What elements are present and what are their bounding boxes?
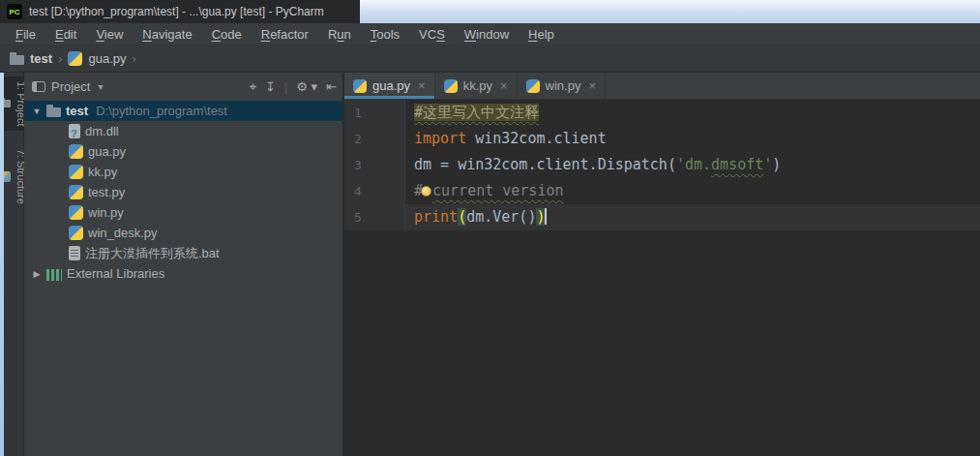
tree-item-label: 注册大漠插件到系统.bat xyxy=(85,245,220,262)
close-icon[interactable]: × xyxy=(418,78,426,93)
menu-item-vcs[interactable]: VCS xyxy=(409,25,455,44)
tree-row-win_desk.py[interactable]: win_desk.py xyxy=(24,223,342,243)
python-icon xyxy=(444,79,458,93)
lib-icon xyxy=(46,269,62,281)
separator: | xyxy=(284,80,287,93)
menu-item-file[interactable]: File xyxy=(6,25,45,44)
code-token: print xyxy=(414,208,458,226)
python-icon xyxy=(69,205,83,220)
chevron-right-icon: › xyxy=(133,51,136,66)
menu-item-help[interactable]: Help xyxy=(519,25,564,44)
tree-item-path: D:\python_program\test xyxy=(96,104,227,118)
tree-item-label: dm.dll xyxy=(85,124,119,138)
code-line-5: 5print(dm.Ver()) xyxy=(344,204,980,230)
tree-item-label: kk.py xyxy=(88,165,117,179)
line-number: 1 xyxy=(344,100,405,126)
code-line-1: 1#这里写入中文注释 xyxy=(344,100,980,126)
chevron-down-icon[interactable]: ▾ xyxy=(98,81,103,92)
code-token: dm.Ver() xyxy=(466,208,536,226)
menu-bar: FileEditViewNavigateCodeRefactorRunTools… xyxy=(0,23,980,45)
tree-row-test[interactable]: ▼testD:\python_program\test xyxy=(24,101,342,121)
tree-item-label: External Libraries xyxy=(67,266,164,281)
code-line-3: 3dm = win32com.client.Dispatch('dm.dmsof… xyxy=(344,152,980,178)
locate-icon[interactable]: ⌖ xyxy=(250,80,256,93)
menu-item-code[interactable]: Code xyxy=(202,25,252,44)
pycharm-app-icon: PC xyxy=(7,4,22,19)
line-number: 2 xyxy=(344,126,405,152)
code-line-2: 2import win32com.client xyxy=(344,126,980,152)
tree-row-kk.py[interactable]: kk.py xyxy=(24,162,342,182)
code-token: dm = win32com.client.Dispatch( xyxy=(414,156,676,173)
code-line-4: 4#current version xyxy=(344,178,980,204)
tree-item-label: test.py xyxy=(88,185,125,199)
code-token: win32com.client xyxy=(475,130,606,147)
code-token: ) xyxy=(772,156,781,173)
tree-item-label: win_desk.py xyxy=(88,226,158,240)
collapsed-arrow-icon[interactable]: ▶ xyxy=(32,269,42,279)
text-caret xyxy=(545,208,547,225)
menu-item-view[interactable]: View xyxy=(86,25,133,44)
editor-tab-win.py[interactable]: win.py× xyxy=(518,73,606,99)
project-panel-actions: ⌖↧|⚙ ▾⇤ xyxy=(250,80,337,93)
tree-row-win.py[interactable]: win.py xyxy=(24,202,342,223)
breadcrumb-item-test[interactable]: test xyxy=(10,51,52,66)
code-editor[interactable]: 1#这里写入中文注释2import win32com.client3dm = w… xyxy=(344,100,980,456)
expanded-arrow-icon[interactable]: ▼ xyxy=(32,106,42,116)
tree-row-dm.dll[interactable]: dm.dll xyxy=(24,121,342,141)
editor-tab-gua.py[interactable]: gua.py× xyxy=(344,73,435,99)
code-token: import xyxy=(414,130,475,147)
hide-panel-icon[interactable]: ⇤ xyxy=(326,80,337,93)
close-icon[interactable]: × xyxy=(500,78,508,93)
breadcrumb-item-gua.py[interactable]: gua.py xyxy=(68,51,126,66)
tree-row-gua.py[interactable]: gua.py xyxy=(24,141,342,162)
editor-tab-kk.py[interactable]: kk.py× xyxy=(435,73,518,99)
code-line-content[interactable]: #current version xyxy=(405,178,980,204)
line-number: 4 xyxy=(344,178,405,204)
project-tree: ▼testD:\python_program\testdm.dllgua.pyk… xyxy=(24,100,342,456)
python-icon xyxy=(69,144,83,159)
tree-row-test.py[interactable]: test.py xyxy=(24,182,342,202)
code-token: ' xyxy=(763,156,772,173)
tab-label: gua.py xyxy=(372,78,410,93)
code-line-content[interactable]: print(dm.Ver()) xyxy=(405,204,980,230)
code-token: dmsoft xyxy=(711,156,763,173)
code-line-content[interactable]: #这里写入中文注释 xyxy=(405,100,980,126)
project-panel-title[interactable]: Project xyxy=(51,79,90,94)
menu-item-edit[interactable]: Edit xyxy=(45,25,86,44)
menu-item-navigate[interactable]: Navigate xyxy=(133,25,201,44)
project-panel-header: Project ▾ ⌖↧|⚙ ▾⇤ xyxy=(24,73,342,100)
project-tool-window: Project ▾ ⌖↧|⚙ ▾⇤ ▼testD:\python_program… xyxy=(24,73,344,456)
tree-item-label: win.py xyxy=(88,205,124,220)
code-line-content[interactable]: dm = win32com.client.Dispatch('dm.dmsoft… xyxy=(405,152,980,178)
breadcrumb-label: gua.py xyxy=(88,51,126,66)
code-token: #这里写入中文注释 xyxy=(414,104,539,121)
menu-item-window[interactable]: Window xyxy=(455,25,519,44)
folder-icon xyxy=(46,107,61,117)
collapse-all-icon[interactable]: ↧ xyxy=(265,80,276,93)
line-number: 5 xyxy=(344,204,405,230)
tree-row-External Libraries[interactable]: ▶External Libraries xyxy=(24,263,342,284)
menu-item-refactor[interactable]: Refactor xyxy=(252,25,318,44)
settings-icon[interactable]: ⚙ ▾ xyxy=(296,80,317,93)
intention-bulb-icon[interactable] xyxy=(421,186,431,197)
tree-row-注册大漠插件到系统.bat[interactable]: 注册大漠插件到系统.bat xyxy=(24,243,342,263)
python-icon xyxy=(526,79,540,93)
menu-item-run[interactable]: Run xyxy=(318,25,361,44)
main-area: 1: Project7: Structure Project ▾ ⌖↧|⚙ ▾⇤… xyxy=(0,73,980,456)
pycharm-window: PC test [D:\python_program\test] - ...\g… xyxy=(0,0,980,456)
breadcrumb-label: test xyxy=(30,51,52,66)
code-token: ( xyxy=(458,208,466,226)
folder-icon xyxy=(10,55,24,65)
tab-label: kk.py xyxy=(463,78,492,93)
close-icon[interactable]: × xyxy=(588,78,596,93)
code-token: ) xyxy=(536,208,545,226)
python-icon xyxy=(69,185,83,199)
code-line-content[interactable]: import win32com.client xyxy=(405,126,980,152)
line-number: 3 xyxy=(344,152,405,178)
tab-label: win.py xyxy=(546,78,581,93)
code-token: current version xyxy=(432,182,563,199)
menu-item-tools[interactable]: Tools xyxy=(361,25,409,44)
python-icon xyxy=(69,165,83,179)
tool-window-stripe: 1: Project7: Structure xyxy=(4,73,24,456)
python-icon xyxy=(69,226,83,240)
